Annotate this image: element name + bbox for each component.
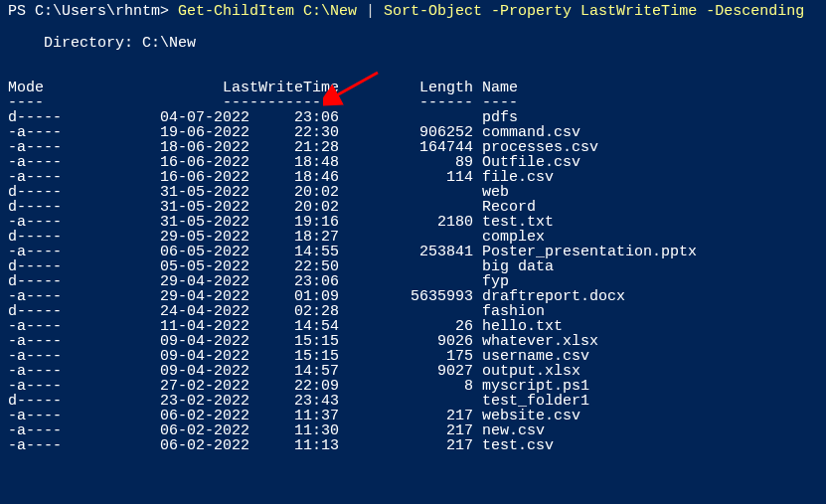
blank-line bbox=[8, 21, 818, 36]
command-sort: Sort-Object -Property LastWriteTime -Des… bbox=[384, 3, 804, 20]
table-row: -a---- 18-06-2022 21:28 164744 processes… bbox=[8, 140, 818, 155]
table-row: -a---- 09-04-2022 15:15 175 username.csv bbox=[8, 349, 818, 364]
table-row: -a---- 06-02-2022 11:37 217 website.csv bbox=[8, 409, 818, 423]
table-row: -a---- 06-02-2022 11:13 217 test.csv bbox=[8, 438, 818, 453]
table-row: -a---- 27-02-2022 22:09 8 myscript.ps1 bbox=[8, 379, 818, 394]
table-row: d----- 05-05-2022 22:50 big data bbox=[8, 259, 818, 274]
table-row: -a---- 29-04-2022 01:09 5635993 draftrep… bbox=[8, 289, 818, 304]
header-row: Mode LastWriteTime Length Name bbox=[8, 81, 818, 95]
table-row: -a---- 16-06-2022 18:48 89 Outfile.csv bbox=[8, 155, 818, 170]
table-row: d----- 24-04-2022 02:28 fashion bbox=[8, 304, 818, 319]
table-row: -a---- 09-04-2022 14:57 9027 output.xlsx bbox=[8, 364, 818, 379]
table-row: -a---- 06-05-2022 14:55 253841 Poster_pr… bbox=[8, 245, 818, 259]
table-row: d----- 23-02-2022 23:43 test_folder1 bbox=[8, 394, 818, 409]
table-row: -a---- 06-02-2022 11:30 217 new.csv bbox=[8, 423, 818, 438]
prompt-prefix: PS C:\Users\rhntm> bbox=[8, 3, 178, 20]
table-row: d----- 29-04-2022 23:06 fyp bbox=[8, 274, 818, 289]
table-row: d----- 31-05-2022 20:02 Record bbox=[8, 200, 818, 215]
table-row: d----- 31-05-2022 20:02 web bbox=[8, 185, 818, 200]
table-row: -a---- 09-04-2022 15:15 9026 whatever.xl… bbox=[8, 334, 818, 349]
command-get: Get-ChildItem C:\New bbox=[178, 3, 366, 20]
dash-row: ---- ------------- ------ ---- bbox=[8, 95, 818, 110]
blank-line bbox=[8, 51, 818, 66]
directory-line: Directory: C:\New bbox=[8, 36, 818, 51]
prompt-line[interactable]: PS C:\Users\rhntm> Get-ChildItem C:\New … bbox=[8, 4, 818, 19]
table-row: -a---- 19-06-2022 22:30 906252 command.c… bbox=[8, 125, 818, 140]
table-row: d----- 29-05-2022 18:27 complex bbox=[8, 230, 818, 245]
table-row: -a---- 31-05-2022 19:16 2180 test.txt bbox=[8, 215, 818, 230]
command-pipe: | bbox=[366, 3, 384, 20]
table-row: -a---- 16-06-2022 18:46 114 file.csv bbox=[8, 170, 818, 185]
table-row: d----- 04-07-2022 23:06 pdfs bbox=[8, 110, 818, 125]
blank-line bbox=[8, 66, 818, 81]
table-row: -a---- 11-04-2022 14:54 26 hello.txt bbox=[8, 319, 818, 334]
